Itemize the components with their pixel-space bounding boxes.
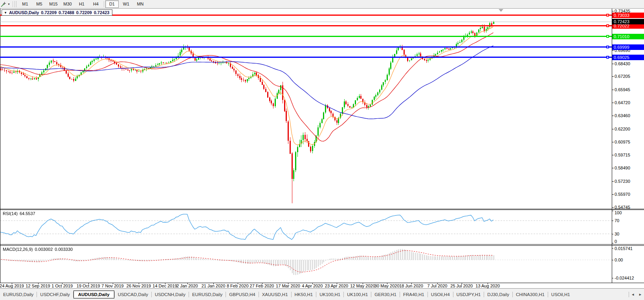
tick-mark xyxy=(612,260,613,260)
date-tick-label: 12 May 2020 xyxy=(350,283,375,288)
chart-tab-usoil-h4[interactable]: USOil,H4 xyxy=(428,291,453,298)
pane-separator[interactable] xyxy=(0,244,644,245)
chart-tab-fra40-h1[interactable]: FRA40,H1 xyxy=(400,291,427,298)
chart-symbol-label: AUDUSD,Daily xyxy=(9,10,39,15)
horizontal-level-line[interactable] xyxy=(0,57,612,58)
chart-shift-marker[interactable] xyxy=(499,9,503,12)
rsi-axis-label: 30 xyxy=(615,232,619,236)
timeframe-button-h1[interactable]: H1 xyxy=(75,0,88,8)
crosshair-icon[interactable] xyxy=(0,1,7,7)
timeframe-button-w1[interactable]: W1 xyxy=(119,0,133,8)
chart-tab-audusd-daily[interactable]: AUDUSD,Daily xyxy=(73,291,114,298)
tick-mark xyxy=(612,243,613,243)
price-high: 0.72488 xyxy=(59,10,74,15)
timeframe-button-m30[interactable]: M30 xyxy=(61,0,74,8)
price-tick-label: 0.62200 xyxy=(615,127,630,131)
chart-tab-usdjpy-h1[interactable]: USDJPY,H1 xyxy=(453,291,484,298)
price-tick-label: 0.64720 xyxy=(615,100,630,105)
date-tick-label: 7 Nov 2019 xyxy=(101,283,123,288)
tick-mark xyxy=(612,155,614,155)
tick-mark xyxy=(612,248,613,248)
timeframe-button-mn[interactable]: MN xyxy=(134,0,147,8)
rsi-indicator-canvas[interactable] xyxy=(0,210,612,244)
chart-tab-xauusd-h1[interactable]: XAUUSD,H1 xyxy=(259,291,291,298)
date-tick-label: 8 Feb 2020 xyxy=(227,283,249,288)
price-close: 0.72423 xyxy=(94,10,110,15)
chart-tab-uk100-h1[interactable]: UK100,H1 xyxy=(344,291,371,298)
line-drag-handle[interactable] xyxy=(606,24,609,27)
chart-tab-china300-h1[interactable]: CHINA300,H1 xyxy=(513,291,548,298)
chart-tab-usdcnh-daily[interactable]: USDCNH,Daily xyxy=(152,291,189,298)
rsi-label: RSI(14) 64.5537 xyxy=(3,211,35,216)
tick-mark xyxy=(612,103,614,103)
date-tick-label: 12 Sep 2019 xyxy=(26,283,50,288)
tick-mark xyxy=(612,50,614,51)
macd-indicator-canvas[interactable] xyxy=(0,246,612,283)
price-low: 0.72209 xyxy=(76,10,92,15)
price-level-badge: 0.69025 xyxy=(612,55,644,60)
pane-separator xyxy=(0,245,644,246)
chart-bottom-border xyxy=(0,283,644,283)
price-tick-label: 0.65945 xyxy=(615,87,630,92)
timeframe-button-h4[interactable]: H4 xyxy=(89,0,103,8)
date-tick-label: 27 Feb 2020 xyxy=(250,283,274,288)
line-drag-handle[interactable] xyxy=(606,56,609,59)
line-drag-handle[interactable] xyxy=(606,14,609,17)
date-tick-label: 7 Jul 2020 xyxy=(427,283,448,288)
timeframe-button-d1[interactable]: D1 xyxy=(105,0,119,8)
chart-tab-dj30-daily[interactable]: DJ30,Daily xyxy=(484,291,512,298)
chart-tab-usdchf-daily[interactable]: USDCHF,Daily xyxy=(37,291,73,298)
timeframe-button-m1[interactable]: M1 xyxy=(18,0,32,8)
price-level-badge: 0.71010 xyxy=(612,34,644,39)
rsi-value: 64.5537 xyxy=(20,211,35,216)
chart-title-box[interactable]: ▼ AUDUSD,Daily 0.72209 0.72488 0.72209 0… xyxy=(2,9,112,16)
tick-mark xyxy=(612,221,613,221)
tick-mark xyxy=(612,207,614,208)
pane-separator[interactable] xyxy=(0,209,644,209)
price-level-badge: 0.73033 xyxy=(612,13,644,18)
date-tick-label: 2 Jan 2020 xyxy=(176,283,198,288)
separator-line xyxy=(13,1,13,7)
date-tick-label: 14 Dec 2019 xyxy=(152,283,177,288)
chart-tab-gbpusd-h4[interactable]: GBPUSD,H4 xyxy=(226,291,258,298)
separator-line xyxy=(104,1,104,7)
tick-mark xyxy=(612,194,614,195)
chart-tab-eurusd-daily[interactable]: EURUSD,Daily xyxy=(189,291,226,298)
rsi-axis-label: 0 xyxy=(615,239,617,244)
price-chart-canvas[interactable] xyxy=(0,9,612,209)
rsi-name: RSI(14) xyxy=(3,211,18,216)
date-tick-label: 21 Jan 2020 xyxy=(202,283,226,288)
horizontal-level-line[interactable] xyxy=(0,25,612,26)
tab-scroll-right-icon[interactable]: ► xyxy=(637,293,644,296)
chevron-down-icon[interactable]: ▼ xyxy=(7,3,12,6)
timeframe-button-group: M1M5M15M30H1H4D1W1MN xyxy=(18,0,147,8)
date-tick-label: 17 Mar 2020 xyxy=(276,283,300,288)
line-drag-handle[interactable] xyxy=(606,35,609,38)
date-tick-label: 23 Apr 2020 xyxy=(325,283,348,288)
tick-mark xyxy=(612,64,614,64)
tick-mark xyxy=(612,211,613,211)
price-tick-label: 0.63460 xyxy=(615,113,630,118)
trading-terminal-window: ▼ M1M5M15M30H1H4D1W1MN 0.730330.720220.7… xyxy=(0,0,644,300)
price-tick-label: 0.60975 xyxy=(615,140,630,144)
timeframe-button-m15[interactable]: M15 xyxy=(47,0,60,8)
macd-axis-label: -0.024412 xyxy=(615,276,634,280)
price-level-badge: 0.69999 xyxy=(612,44,644,50)
chart-tab-uk100-h1[interactable]: UK100,H1 xyxy=(316,291,343,298)
chart-tab-usdcad-daily[interactable]: USDCAD,Daily xyxy=(115,291,151,298)
price-tick-label: 0.57230 xyxy=(615,179,630,184)
date-tick-label: 18 Jun 2020 xyxy=(399,283,423,288)
tick-mark xyxy=(612,11,614,11)
chart-tab-ger30-h1[interactable]: GER30,H1 xyxy=(371,291,400,298)
date-tick-label: 4 Apr 2020 xyxy=(302,283,323,288)
toolbar-grip[interactable] xyxy=(15,1,17,7)
timeframe-button-m5[interactable]: M5 xyxy=(33,0,46,8)
chart-tab-eurusd-daily[interactable]: EURUSD,Daily xyxy=(0,291,37,298)
line-drag-handle[interactable] xyxy=(606,46,609,48)
chart-tab-hk50-h1[interactable]: HK50,H1 xyxy=(292,291,316,298)
horizontal-level-line[interactable] xyxy=(0,46,612,48)
horizontal-level-line[interactable] xyxy=(0,36,612,37)
chart-tab-usoil-h1[interactable]: USOil,H1 xyxy=(548,291,573,298)
tab-scroll-left-icon[interactable]: ◄ xyxy=(629,293,637,296)
macd-axis-label: 0.015741 xyxy=(615,246,633,251)
